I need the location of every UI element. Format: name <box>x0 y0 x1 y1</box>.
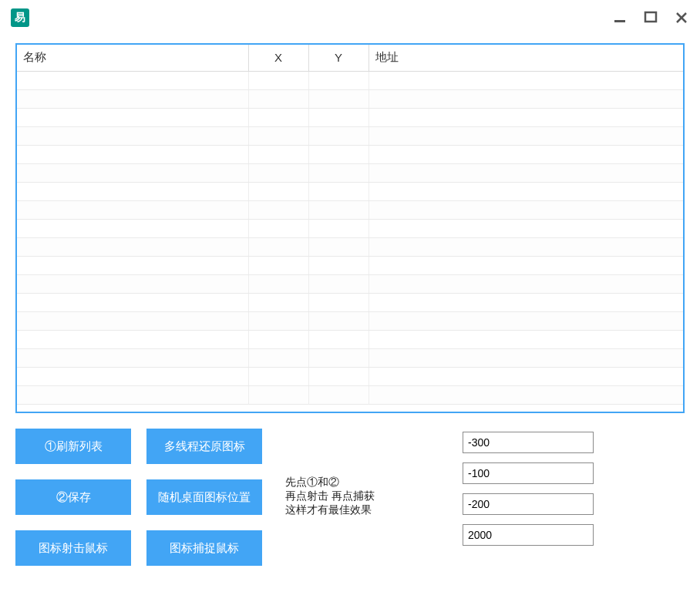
data-table[interactable]: 名称 X Y 地址 <box>17 45 683 405</box>
input-column <box>463 429 594 546</box>
data-table-wrap: 名称 X Y 地址 <box>15 43 685 413</box>
table-cell <box>369 237 683 256</box>
table-cell <box>369 71 683 89</box>
table-cell <box>17 163 248 182</box>
table-cell <box>17 293 248 311</box>
table-row[interactable] <box>17 89 683 108</box>
table-row[interactable] <box>17 182 683 200</box>
table-body <box>17 71 683 404</box>
table-cell <box>17 182 248 200</box>
multithread-restore-button[interactable]: 多线程还原图标 <box>146 429 262 464</box>
table-row[interactable] <box>17 163 683 182</box>
hint-line-1: 先点①和② <box>285 476 339 488</box>
table-cell <box>308 274 369 293</box>
table-cell <box>17 126 248 145</box>
table-row[interactable] <box>17 237 683 256</box>
random-desktop-icon-button[interactable]: 随机桌面图标位置 <box>146 479 262 515</box>
button-column-2: 多线程还原图标 随机桌面图标位置 图标捕捉鼠标 <box>146 429 262 566</box>
table-cell <box>248 274 308 293</box>
maximize-button[interactable] <box>643 10 658 25</box>
content-area: 名称 X Y 地址 ①刷新列表 ②保存 图标射击鼠标 多线程还原图标 随机桌面图… <box>0 31 700 566</box>
col-header-addr[interactable]: 地址 <box>369 45 683 71</box>
col-header-name[interactable]: 名称 <box>17 45 248 71</box>
table-cell <box>248 145 308 163</box>
table-cell <box>248 256 308 274</box>
table-cell <box>308 200 369 219</box>
table-row[interactable] <box>17 145 683 163</box>
param-input-1[interactable] <box>463 432 594 453</box>
table-cell <box>248 311 308 330</box>
table-cell <box>248 126 308 145</box>
icon-shoot-mouse-button[interactable]: 图标射击鼠标 <box>15 530 131 566</box>
table-cell <box>369 182 683 200</box>
table-cell <box>369 348 683 367</box>
table-cell <box>369 367 683 385</box>
table-cell <box>369 274 683 293</box>
table-row[interactable] <box>17 311 683 330</box>
table-row[interactable] <box>17 330 683 348</box>
table-cell <box>369 385 683 404</box>
table-row[interactable] <box>17 126 683 145</box>
table-cell <box>308 163 369 182</box>
table-cell <box>248 330 308 348</box>
instruction-text: 先点①和② 再点射击 再点捕获 这样才有最佳效果 <box>285 475 447 517</box>
table-row[interactable] <box>17 348 683 367</box>
table-cell <box>17 219 248 237</box>
table-cell <box>369 126 683 145</box>
table-cell <box>17 330 248 348</box>
table-cell <box>308 71 369 89</box>
table-cell <box>17 200 248 219</box>
table-cell <box>308 89 369 108</box>
table-cell <box>248 348 308 367</box>
col-header-x[interactable]: X <box>248 45 308 71</box>
param-input-4[interactable] <box>463 524 594 546</box>
close-button[interactable] <box>674 10 689 25</box>
hint-column: 先点①和② 再点射击 再点捕获 这样才有最佳效果 <box>278 429 447 517</box>
table-cell <box>308 219 369 237</box>
table-cell <box>17 237 248 256</box>
table-cell <box>17 71 248 89</box>
table-cell <box>369 311 683 330</box>
table-cell <box>308 108 369 126</box>
table-cell <box>248 71 308 89</box>
table-cell <box>17 367 248 385</box>
table-cell <box>369 145 683 163</box>
table-cell <box>369 293 683 311</box>
refresh-list-button[interactable]: ①刷新列表 <box>15 429 131 464</box>
hint-line-2: 再点射击 再点捕获 <box>285 489 375 502</box>
save-button[interactable]: ②保存 <box>15 479 131 515</box>
minimize-icon <box>614 12 626 24</box>
minimize-button[interactable] <box>612 10 628 25</box>
close-icon <box>675 11 688 25</box>
button-column-1: ①刷新列表 ②保存 图标射击鼠标 <box>15 429 131 566</box>
col-header-y[interactable]: Y <box>308 45 369 71</box>
table-cell <box>248 385 308 404</box>
table-row[interactable] <box>17 200 683 219</box>
param-input-2[interactable] <box>463 462 594 484</box>
table-cell <box>17 274 248 293</box>
table-cell <box>248 182 308 200</box>
table-row[interactable] <box>17 256 683 274</box>
table-cell <box>308 348 369 367</box>
table-row[interactable] <box>17 219 683 237</box>
table-cell <box>308 256 369 274</box>
table-cell <box>369 219 683 237</box>
table-cell <box>369 108 683 126</box>
table-row[interactable] <box>17 293 683 311</box>
table-row[interactable] <box>17 108 683 126</box>
app-icon-char: 易 <box>15 11 25 25</box>
icon-capture-mouse-button[interactable]: 图标捕捉鼠标 <box>146 530 262 566</box>
table-cell <box>308 145 369 163</box>
table-cell <box>369 256 683 274</box>
table-cell <box>248 163 308 182</box>
table-row[interactable] <box>17 274 683 293</box>
table-row[interactable] <box>17 385 683 404</box>
table-row[interactable] <box>17 367 683 385</box>
table-cell <box>17 311 248 330</box>
table-cell <box>17 145 248 163</box>
app-icon: 易 <box>11 8 29 27</box>
table-row[interactable] <box>17 71 683 89</box>
table-cell <box>308 311 369 330</box>
svg-rect-0 <box>614 20 625 22</box>
param-input-3[interactable] <box>463 493 594 515</box>
